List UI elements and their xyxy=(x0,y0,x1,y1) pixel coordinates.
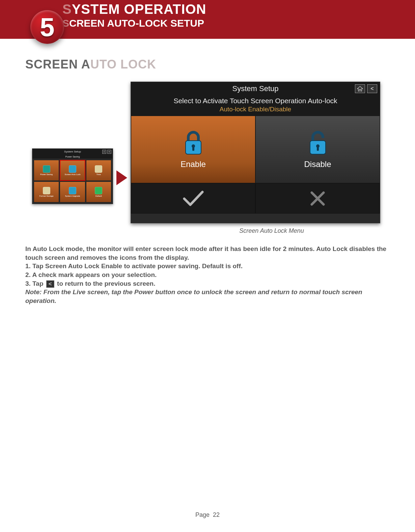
small-screen-titlebar: System Setup ⌂ < xyxy=(32,149,113,155)
step-3: 3. Tap < to return to the previous scree… xyxy=(25,279,390,288)
back-icon-inline: < xyxy=(46,280,54,288)
big-screen-title: System Setup xyxy=(232,84,279,93)
check-icon xyxy=(182,189,205,208)
grid-cell-power-saving: Power Saving xyxy=(34,160,59,181)
big-screen-subtitle: Select to Activate Touch Screen Operatio… xyxy=(131,95,380,106)
grid-cell-time: Time xyxy=(86,160,111,181)
x-icon xyxy=(308,189,327,208)
small-screen-subtitle: Power Saving xyxy=(32,155,113,159)
header-subtitle: SCREEN AUTO-LOCK SETUP xyxy=(62,18,415,29)
home-icon: ⌂ xyxy=(102,150,106,154)
cell-label: Time xyxy=(96,173,101,175)
back-icon[interactable]: < xyxy=(367,84,377,93)
figure-row: System Setup ⌂ < Power Saving Power Savi… xyxy=(32,82,390,223)
cancel-x[interactable] xyxy=(255,183,380,214)
chapter-number-badge: 5 xyxy=(30,10,64,44)
body-text: In Auto Lock mode, the monitor will ente… xyxy=(25,245,390,305)
grid-cell-system-upgrade: System Upgrade xyxy=(60,181,85,202)
enable-option[interactable]: Enable xyxy=(131,116,255,183)
svg-rect-2 xyxy=(192,147,194,151)
cell-label: Power Saving xyxy=(40,173,53,175)
header-subtitle-text: CREEN AUTO-LOCK SETUP xyxy=(69,18,204,29)
header-title: SYSTEM OPERATION xyxy=(62,2,415,17)
page-content: SCREEN AUTO LOCK System Setup ⌂ < Power … xyxy=(0,39,415,305)
note-paragraph: Note: From the Live screen, tap the Powe… xyxy=(25,288,390,305)
enable-label: Enable xyxy=(181,160,206,169)
intro-paragraph: In Auto Lock mode, the monitor will ente… xyxy=(25,245,390,262)
cell-label: Screen Auto Lock xyxy=(64,173,80,175)
page-title-rest: UTO LOCK xyxy=(90,57,156,71)
disable-label: Disable xyxy=(304,160,331,169)
big-screen-options: Enable Disable xyxy=(131,116,380,223)
big-screen-subtitle2: Auto-lock Enable/Disable xyxy=(131,106,380,116)
header-title-prefix: S xyxy=(62,2,72,17)
page-footer: Page 22 xyxy=(0,511,415,519)
system-setup-thumbnail: System Setup ⌂ < Power Saving Power Savi… xyxy=(32,148,113,204)
padlock-closed-icon xyxy=(182,130,205,157)
page-title-main: SCREEN A xyxy=(25,57,90,71)
grid-cell-default: Default xyxy=(86,181,111,202)
back-icon: < xyxy=(107,150,111,154)
grid-cell-screen-auto-lock: Screen Auto Lock xyxy=(60,160,85,181)
arrow-right-icon xyxy=(116,170,127,185)
chapter-header: 5 SYSTEM OPERATION SCREEN AUTO-LOCK SETU… xyxy=(0,0,415,39)
svg-rect-5 xyxy=(317,147,319,151)
page-title: SCREEN AUTO LOCK xyxy=(25,57,390,72)
confirm-check[interactable] xyxy=(131,183,255,214)
header-title-text: YSTEM OPERATION xyxy=(72,2,206,17)
cell-label: Format Storage xyxy=(39,195,54,197)
small-screen-grid: Power Saving Screen Auto Lock Time Forma… xyxy=(32,159,113,204)
big-screen-titlebar: System Setup < xyxy=(131,82,380,95)
padlock-open-icon xyxy=(306,130,330,157)
step-2: 2. A check mark appears on your selectio… xyxy=(25,271,390,279)
cell-label: System Upgrade xyxy=(65,195,80,197)
figure-caption: Screen Auto Lock Menu xyxy=(154,227,390,234)
page-number: 22 xyxy=(213,511,220,518)
home-icon[interactable] xyxy=(355,84,365,93)
cell-label: Default xyxy=(95,195,102,197)
step-3-prefix: 3. Tap xyxy=(25,280,44,287)
small-screen-title: System Setup xyxy=(64,150,81,153)
grid-cell-format-storage: Format Storage xyxy=(34,181,59,202)
auto-lock-menu-screenshot: System Setup < Select to Activate Touch … xyxy=(131,82,380,223)
step-1: 1. Tap Screen Auto Lock Enable to activa… xyxy=(25,262,390,271)
step-3-suffix: to return to the previous screen. xyxy=(57,280,155,287)
page-label: Page xyxy=(195,511,210,518)
disable-option[interactable]: Disable xyxy=(255,116,380,183)
